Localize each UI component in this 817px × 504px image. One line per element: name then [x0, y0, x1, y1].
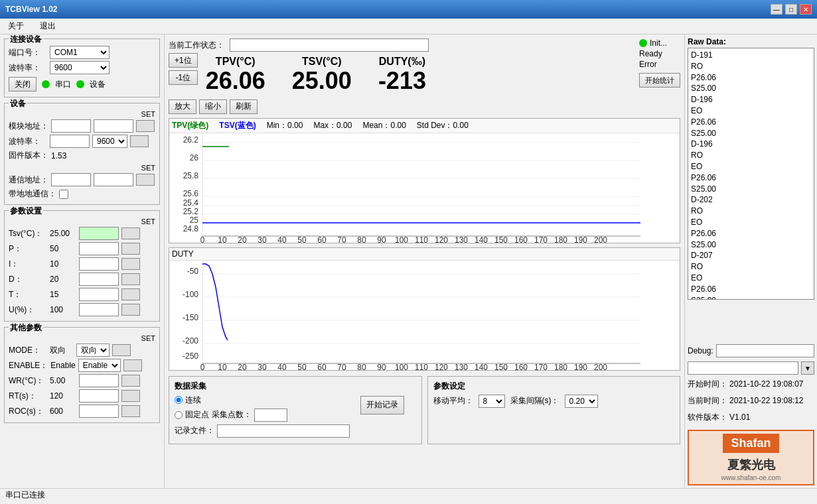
svg-text:110: 110: [415, 363, 428, 370]
status-bar-message: 串口已连接: [5, 489, 45, 501]
comm-addr-row: 通信地址： 100 100: [9, 173, 155, 186]
t-set-input[interactable]: 15: [79, 288, 119, 301]
current-time-row: 当前时间： 2021-10-22 19:08:12: [688, 395, 814, 407]
roc-set-input[interactable]: 600: [79, 405, 119, 418]
svg-text:50: 50: [297, 363, 307, 370]
module-addr-set-button[interactable]: [136, 120, 155, 132]
tsv-set-input[interactable]: 25.00: [79, 227, 119, 240]
close-connection-button[interactable]: 关闭: [9, 77, 37, 92]
u-set-input[interactable]: 100: [79, 303, 119, 316]
wr-set-input[interactable]: 5.00: [79, 374, 119, 387]
baud-current[interactable]: 9600: [50, 135, 90, 148]
minimize-button[interactable]: —: [771, 4, 782, 15]
roc-current: 600: [50, 407, 76, 416]
moving-avg-select[interactable]: 8 4 16: [479, 395, 505, 408]
comm-addr-set[interactable]: 100: [94, 173, 133, 186]
mode-set-button[interactable]: [112, 344, 131, 356]
i-set-input[interactable]: 10: [79, 257, 119, 271]
p-set-input[interactable]: 50: [79, 242, 119, 255]
svg-text:140: 140: [475, 363, 488, 370]
svg-text:140: 140: [475, 235, 488, 243]
svg-text:190: 190: [574, 363, 587, 370]
baud-label: 波特率：: [9, 62, 47, 74]
bottom-row: 数据采集 连续 固定点 采集点数： 200: [169, 376, 680, 444]
module-addr-current[interactable]: 101: [51, 119, 91, 133]
p-row: P： 50 50: [9, 242, 155, 255]
roc-set-button[interactable]: [121, 405, 140, 417]
continuous-radio[interactable]: [175, 396, 183, 404]
status-input[interactable]: Initializing.: [230, 38, 429, 52]
enable-set-button[interactable]: [123, 359, 142, 371]
pos-buttons: +1位 -1位: [169, 53, 198, 85]
record-file-input[interactable]: [217, 424, 350, 438]
comm-addr-current[interactable]: 100: [51, 173, 91, 186]
start-record-button[interactable]: 开始记录: [360, 396, 404, 414]
svg-text:150: 150: [494, 363, 508, 370]
wr-set-button[interactable]: [121, 375, 140, 387]
t-set-button[interactable]: [121, 288, 140, 300]
start-stats-button[interactable]: 开始统计: [639, 73, 680, 88]
record-file-row: 记录文件：: [175, 424, 350, 438]
svg-text:-200: -200: [183, 336, 198, 346]
sample-interval-select[interactable]: 0.20 0.50 1.00: [565, 395, 598, 408]
continuous-label: 连续: [185, 395, 201, 406]
baud-set-select[interactable]: 9600: [92, 135, 127, 148]
baud-select[interactable]: 9600: [50, 61, 110, 74]
raw-data-content[interactable]: D-191ROP26.06S25.00D-196EOP26.06S25.00D-…: [688, 48, 814, 300]
baud-set-button[interactable]: [130, 135, 149, 147]
duty-title: DUTY(‰): [378, 56, 426, 68]
data-collection-box: 数据采集 连续 固定点 采集点数： 200: [169, 376, 422, 444]
debug-input[interactable]: [716, 344, 814, 357]
enable-select[interactable]: Enable: [78, 359, 121, 372]
broadcast-row: 带地地通信：: [9, 188, 155, 200]
maximize-button[interactable]: □: [785, 4, 797, 15]
d-set-button[interactable]: [121, 273, 140, 285]
broadcast-checkbox[interactable]: [59, 190, 68, 199]
init-dot: [639, 39, 647, 47]
comm-addr-set-button[interactable]: [136, 174, 155, 186]
svg-text:0: 0: [200, 235, 205, 243]
refresh-button[interactable]: 刷新: [230, 99, 258, 114]
module-addr-label: 模块地址：: [9, 121, 48, 132]
t-current: 15: [50, 290, 76, 299]
zoom-out-button[interactable]: 缩小: [199, 99, 227, 114]
menu-about[interactable]: 关于: [5, 19, 27, 33]
wr-label: WR(°C)：: [9, 375, 47, 387]
svg-text:110: 110: [415, 235, 428, 243]
zoom-in-button[interactable]: 放大: [169, 99, 196, 114]
raw-data-box: Raw Data: D-191ROP26.06S25.00D-196EOP26.…: [688, 37, 814, 340]
brand-box: Shafan 夏繁光电 www.shafan-oe.com: [688, 430, 814, 485]
plus-button[interactable]: +1位: [169, 53, 198, 68]
p-label: P：: [9, 243, 47, 255]
close-button[interactable]: ✕: [800, 4, 812, 15]
window-title: TCBView 1.02: [5, 5, 57, 14]
comm-addr-label: 通信地址：: [9, 174, 48, 186]
roc-label: ROC(s)：: [9, 406, 47, 417]
d-set-input[interactable]: 20: [79, 273, 119, 286]
date-input[interactable]: 2021年10月22日: [688, 361, 798, 375]
rt-set-input[interactable]: 120: [79, 389, 119, 403]
u-set-button[interactable]: [121, 304, 140, 316]
port-select[interactable]: COM1: [50, 46, 110, 59]
init-indicator: Init...: [639, 38, 680, 48]
svg-text:40: 40: [277, 363, 287, 370]
calendar-button[interactable]: ▼: [801, 361, 814, 375]
module-addr-set[interactable]: 0: [94, 119, 133, 133]
menu-exit[interactable]: 退出: [37, 19, 58, 33]
u-row: U(%)： 100 100: [9, 303, 155, 316]
tsv-legend: TSV(蓝色): [219, 120, 256, 131]
set-label-other: SET: [141, 334, 155, 342]
mode-select[interactable]: 双向: [76, 344, 110, 357]
rt-set-button[interactable]: [121, 390, 140, 402]
svg-text:100: 100: [395, 363, 408, 370]
p-set-button[interactable]: [121, 243, 140, 255]
fixed-radio[interactable]: [175, 411, 183, 419]
tsv-set-button[interactable]: [121, 227, 140, 239]
sample-count-input[interactable]: 200: [254, 409, 287, 422]
svg-text:80: 80: [357, 235, 366, 243]
firmware-row: 固件版本： 1.53: [9, 150, 155, 161]
i-set-button[interactable]: [121, 258, 140, 270]
collection-options: 连续 固定点 采集点数： 200 记录文件：: [175, 395, 350, 440]
minus-button[interactable]: -1位: [169, 70, 198, 85]
std-dev-label: Std Dev：0.00: [417, 120, 469, 131]
